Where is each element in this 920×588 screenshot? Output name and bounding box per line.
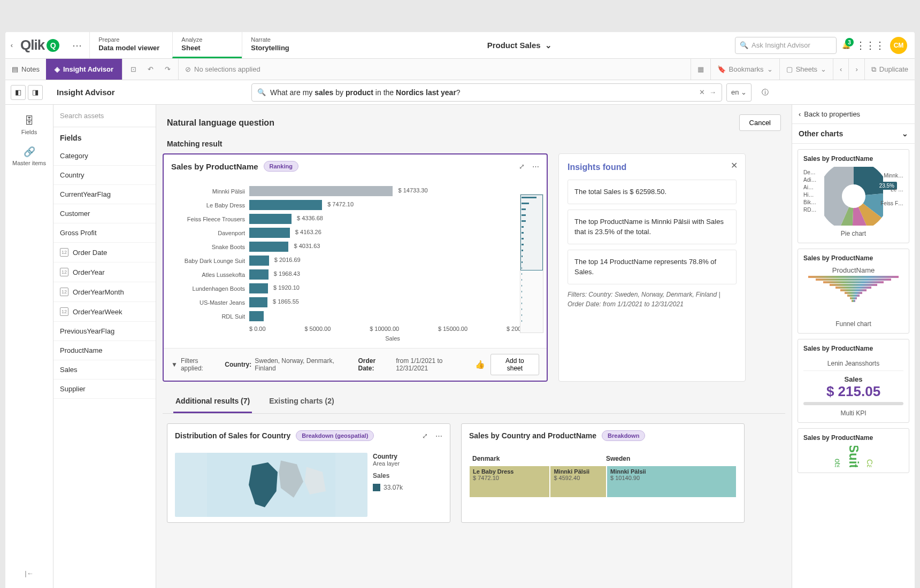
like-button[interactable]: 👍 <box>475 360 485 369</box>
field-item[interactable]: Customer <box>53 204 156 223</box>
chart-bar[interactable]: RDL Suit <box>174 310 536 322</box>
field-item[interactable]: PreviousYearFlag <box>53 322 156 341</box>
other-chart-wordcloud[interactable]: Sales by ProductName ots Suit Ca <box>798 428 909 473</box>
info-button[interactable]: ⓘ <box>756 83 774 102</box>
field-item[interactable]: CurrentYearFlag <box>53 185 156 204</box>
chart-bar[interactable]: Davenport$ 4163.26 <box>174 227 536 239</box>
fullscreen-button[interactable]: ⤢ <box>422 432 428 440</box>
field-item[interactable]: 12OrderYear <box>53 262 156 282</box>
tab-existing-charts[interactable]: Existing charts (2) <box>267 392 336 413</box>
selections-tool-button[interactable]: ▦ <box>691 59 710 80</box>
chevron-down-icon: ⌄ <box>767 65 773 73</box>
chart-bar[interactable]: Atles Lussekofta$ 1968.43 <box>174 268 536 281</box>
matching-result-label: Matching result <box>163 137 785 153</box>
chart-bar[interactable]: Feiss Fleece Trousers$ 4336.68 <box>174 213 536 225</box>
action-bar: ▤ Notes ◈ Insight Advisor ⊡ ↶ ↷ ⊘ No sel… <box>5 59 915 80</box>
prev-sheet-button[interactable]: ‹ <box>833 59 848 80</box>
nav-tab-narrate[interactable]: Narrate Storytelling <box>242 32 311 58</box>
card-title: Distribution of Sales for Country <box>175 431 290 440</box>
nav-tab-analyze[interactable]: Analyze Sheet <box>172 32 242 58</box>
user-avatar[interactable]: CM <box>890 37 907 54</box>
chart-bar[interactable]: Baby Dark Lounge Suit$ 2016.69 <box>174 254 536 267</box>
right-panel: ‹ Back to properties Other charts ⌄ Sale… <box>792 105 915 588</box>
calendar-icon: 12 <box>60 307 68 316</box>
chevron-down-icon: ⌄ <box>821 65 826 73</box>
notes-button[interactable]: ▤ Notes <box>5 59 46 80</box>
insight-item: The total Sales is $ 62598.50. <box>568 180 737 204</box>
other-chart-funnel[interactable]: Sales by ProductName ProductName <box>798 249 909 334</box>
hide-panel-button[interactable]: ◨ <box>28 85 43 100</box>
collapse-rail-button[interactable]: |← <box>25 569 33 577</box>
show-panel-button[interactable]: ◧ <box>11 85 26 100</box>
field-item[interactable]: 12OrderYearWeek <box>53 302 156 322</box>
submit-query-button[interactable]: → <box>709 88 716 96</box>
chart-bar[interactable]: US-Master Jeans$ 1865.55 <box>174 296 536 308</box>
bar-chart-visual[interactable]: ProductName Minnki Pälsii$ 14733.30Le Ba… <box>164 178 547 348</box>
fullscreen-button[interactable]: ⤢ <box>519 163 525 171</box>
duplicate-button[interactable]: ⧉ Duplicate <box>864 59 915 80</box>
duplicate-icon: ⧉ <box>871 65 876 74</box>
chart-menu-button[interactable]: ⋯ <box>532 163 539 171</box>
chart-title: Sales by ProductName <box>171 162 258 171</box>
qlik-logo[interactable]: Qlik Q <box>18 32 65 58</box>
chart-minimap[interactable] <box>520 194 543 333</box>
page-title: Insight Advisor <box>48 88 251 97</box>
tab-additional-results[interactable]: Additional results (7) <box>173 392 252 413</box>
language-selector[interactable]: en ⌄ <box>726 83 752 102</box>
field-item[interactable]: Country <box>53 166 156 185</box>
other-chart-kpi[interactable]: Sales by ProductName Lenin Jeansshorts S… <box>798 339 909 423</box>
close-insights-button[interactable]: ✕ <box>731 160 738 171</box>
chart-bar[interactable]: Snake Boots$ 4031.63 <box>174 241 536 253</box>
field-item[interactable]: ProductName <box>53 341 156 360</box>
nav-tab-prepare[interactable]: Prepare Data model viewer <box>89 32 172 58</box>
map-visual[interactable] <box>175 453 367 517</box>
link-icon: 🔗 <box>5 146 53 158</box>
ask-placeholder: Ask Insight Advisor <box>752 41 810 49</box>
next-sheet-button[interactable]: › <box>848 59 864 80</box>
app-launcher-icon[interactable]: ⋮⋮⋮ <box>856 40 885 51</box>
insight-item: The top ProductName is Minnki Pälsii wit… <box>568 210 737 244</box>
app-menu-button[interactable]: ⋯ <box>65 32 89 58</box>
field-item[interactable]: 12Order Date <box>53 243 156 262</box>
treemap-visual[interactable]: Denmark Sweden Le Baby Dress $ 7472.10 M… <box>462 447 744 502</box>
ask-insight-input[interactable]: 🔍 Ask Insight Advisor <box>735 37 837 54</box>
other-charts-heading[interactable]: Other charts ⌄ <box>792 124 915 144</box>
x-axis-ticks: $ 0.00$ 5000.00$ 10000.00$ 15000.00$ 200… <box>249 326 536 332</box>
chart-bar[interactable]: Lundenhagen Boots$ 1920.10 <box>174 282 536 295</box>
nlq-search-input[interactable]: 🔍 What are my sales by product in the No… <box>251 83 722 102</box>
sheets-button[interactable]: ▢ Sheets ⌄ <box>779 59 833 80</box>
field-item[interactable]: Gross Profit <box>53 223 156 243</box>
app-title-dropdown[interactable]: Product Sales ⌄ <box>487 41 552 50</box>
search-assets-input[interactable]: Search assets <box>53 105 156 127</box>
step-forward-button[interactable]: ↷ <box>160 62 175 77</box>
top-nav: ‹ Qlik Q ⋯ Prepare Data model viewer Ana… <box>5 32 915 59</box>
left-rail: 🗄 Fields 🔗 Master items |← <box>5 105 53 588</box>
step-back-button[interactable]: ↶ <box>143 62 158 77</box>
add-to-sheet-button[interactable]: Add to sheet <box>490 354 539 375</box>
notifications-button[interactable]: 🔔 3 <box>842 41 850 49</box>
other-chart-pie[interactable]: Sales by ProductName 23.5% De… Adi… <box>798 149 909 243</box>
chart-bar[interactable]: Le Baby Dress$ 7472.10 <box>174 199 536 211</box>
cancel-button[interactable]: Cancel <box>739 114 781 131</box>
fields-panel: Search assets Fields CategoryCountryCurr… <box>53 105 156 588</box>
back-to-properties-link[interactable]: ‹ Back to properties <box>792 105 915 124</box>
insight-icon: ◈ <box>55 65 60 73</box>
rail-fields[interactable]: 🗄 Fields <box>5 110 53 141</box>
field-item[interactable]: Supplier <box>53 380 156 399</box>
rail-master-items[interactable]: 🔗 Master items <box>5 141 53 172</box>
nav-stage: Narrate <box>251 36 298 43</box>
chart-bar[interactable]: Minnki Pälsii$ 14733.30 <box>174 185 536 197</box>
insight-advisor-button[interactable]: ◈ Insight Advisor <box>46 59 122 80</box>
bookmarks-button[interactable]: 🔖 Bookmarks ⌄ <box>710 59 779 80</box>
smart-search-button[interactable]: ⊡ <box>126 62 141 77</box>
field-item[interactable]: Sales <box>53 360 156 380</box>
nav-back-button[interactable]: ‹ <box>5 32 18 58</box>
nav-stage: Analyze <box>181 36 229 43</box>
field-item[interactable]: 12OrderYearMonth <box>53 282 156 302</box>
filter-icon: ▼ <box>171 361 178 368</box>
x-axis-label: Sales <box>249 335 536 342</box>
clear-query-button[interactable]: ✕ <box>699 88 705 96</box>
field-item[interactable]: Category <box>53 146 156 166</box>
calendar-icon: 12 <box>60 248 68 257</box>
chart-menu-button[interactable]: ⋯ <box>435 432 442 440</box>
